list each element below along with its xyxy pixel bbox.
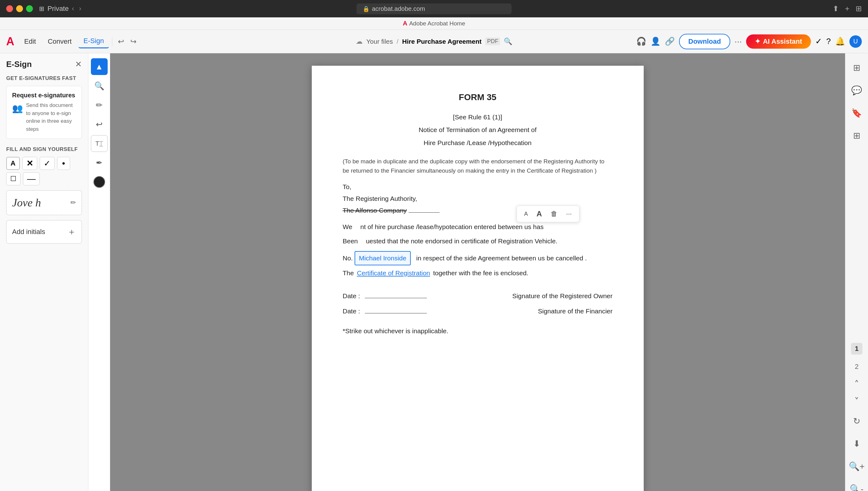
scroll-up-button[interactable]: ˄ — [855, 379, 859, 389]
sig2-block: Signature of the Financier — [481, 306, 613, 316]
add-initials-label: Add initials — [12, 228, 45, 236]
request-card[interactable]: Request e-signatures 👥 Send this documen… — [6, 86, 82, 139]
adobe-home-label: A Adobe Acrobat Home — [403, 20, 465, 27]
doc-area: FORM 35 [See Rule 61 (1)] Notice of Term… — [110, 53, 845, 491]
draw-tool[interactable]: ✏ — [91, 97, 108, 113]
signature-display: Jove h — [12, 196, 41, 209]
download-button[interactable]: Download — [679, 34, 730, 49]
date2-block: Date : — [343, 306, 474, 316]
right-sidebar: ⊞ 💬 🔖 ⊞ 1 2 ˄ ˅ ↻ ⬇ 🔍+ 🔍- — [845, 53, 868, 491]
select-tool[interactable]: ▲ — [91, 58, 108, 75]
people-icon: 👥 — [12, 102, 23, 115]
doc-page: FORM 35 [See Rule 61 (1)] Notice of Term… — [312, 66, 644, 491]
request-title: Request e-signatures — [12, 92, 76, 99]
view-mode-button[interactable]: ⊞ — [850, 59, 863, 76]
text-tool[interactable]: A — [6, 157, 20, 170]
grid-button[interactable]: ⊞ — [850, 127, 863, 144]
extensions-button[interactable]: ⊞ — [856, 4, 862, 13]
breadcrumb: ☁ Your files / Hire Purchase Agreement P… — [356, 37, 512, 46]
cross-tool[interactable]: ✕ — [22, 157, 37, 170]
download-right-button[interactable]: ⬇ — [850, 435, 863, 452]
titlebar: ⊞ Private ‹ › acrobat.adobe.com ⬆ + ⊞ — [0, 0, 868, 17]
url-bar[interactable]: acrobat.adobe.com — [356, 3, 512, 14]
dot-tool[interactable]: • — [57, 157, 70, 170]
menu-convert[interactable]: Convert — [43, 35, 77, 48]
adobe-home-bar: A Adobe Acrobat Home — [0, 17, 868, 30]
fill-tools: A ✕ ✓ • ☐ — — [6, 157, 82, 185]
back-button[interactable]: ‹ — [72, 5, 74, 13]
tools-bar: ▲ 🔍 ✏ ↩ T⌶ ✒ — [88, 53, 110, 491]
signature-box[interactable]: Jove h ✏ — [6, 190, 82, 215]
notice-paren: (To be made in duplicate and the duplica… — [343, 157, 613, 176]
new-tab-button[interactable]: + — [845, 4, 849, 13]
sig1-block: Signature of the Registered Owner — [481, 291, 613, 301]
undo-button[interactable]: ↩ — [115, 35, 127, 48]
date-sig-row2: Date : Signature of the Financier — [343, 306, 613, 316]
menu-items: Edit Convert E-Sign — [19, 34, 109, 48]
fill-label: FILL AND SIGN YOURSELF — [6, 146, 82, 152]
comment-button[interactable]: 💬 — [848, 82, 865, 98]
check-tool[interactable]: ✓ — [40, 157, 55, 170]
been-line: Been uested that the note endorsed in ce… — [343, 236, 613, 247]
window-nav: ‹ › — [72, 5, 81, 13]
undo-tool[interactable]: ↩ — [91, 116, 108, 133]
refresh-button[interactable]: ↻ — [850, 413, 863, 429]
lock-icon — [363, 5, 370, 12]
esign-panel: E-Sign ✕ GET E-SIGNATURES FAST Request e… — [0, 53, 88, 491]
ai-assistant-button[interactable]: ✦ AI Assistant — [746, 34, 811, 49]
redo-button[interactable]: ↪ — [128, 35, 139, 48]
cert-line: The Certificate of Registration together… — [343, 268, 613, 278]
notice-line1: Notice of Termination of an Agreement of — [343, 125, 613, 135]
edit-signature-button[interactable]: ✏ — [71, 199, 76, 207]
form-title: FORM 35 — [343, 90, 613, 105]
strike-note: *Strike out whichever is inapplicable. — [343, 326, 613, 336]
bookmark-button[interactable]: 🔖 — [848, 105, 865, 121]
notice-line2: Hire Purchase /Lease /Hypothecation — [343, 138, 613, 148]
link-button[interactable]: 🔗 — [665, 36, 675, 46]
page-number-1: 1 — [851, 343, 862, 355]
bell-button[interactable]: 🔔 — [835, 36, 845, 46]
stamp-tool[interactable]: ✒ — [91, 154, 108, 171]
zoom-in-button[interactable]: 🔍+ — [846, 458, 868, 474]
menu-edit[interactable]: Edit — [19, 35, 41, 48]
check-button[interactable]: ✓ — [815, 36, 822, 46]
acrobat-icon: A — [6, 35, 14, 48]
we-line: We nt of hire purchase /lease/hypotecati… — [343, 222, 613, 232]
box-tool[interactable]: ☐ — [6, 172, 21, 185]
share-button[interactable]: ⬆ — [833, 4, 839, 13]
close-button[interactable] — [6, 5, 13, 12]
add-initials-box[interactable]: Add initials ＋ — [6, 220, 82, 243]
url-bar-container: acrobat.adobe.com — [356, 3, 512, 14]
menubar-right: 🎧 👤 🔗 Download ··· ✦ AI Assistant ✓ ? 🔔 … — [636, 34, 862, 49]
name-field[interactable]: Michael Ironside — [355, 251, 411, 265]
text-field-tool[interactable]: T⌶ — [91, 135, 108, 152]
person-button[interactable]: 👤 — [651, 36, 660, 46]
registering-auth: The Registering Authority, — [343, 194, 613, 204]
menu-esign[interactable]: E-Sign — [79, 34, 109, 48]
delete-field-button[interactable]: 🗑 — [548, 209, 560, 219]
minimize-button[interactable] — [16, 5, 23, 12]
rule-ref: [See Rule 61 (1)] — [343, 112, 613, 122]
date1-block: Date : — [343, 291, 474, 301]
more-options-button[interactable]: ··· — [735, 36, 742, 47]
scroll-down-button[interactable]: ˅ — [855, 396, 859, 407]
fill-section: FILL AND SIGN YOURSELF A ✕ ✓ • ☐ — Jove … — [6, 146, 82, 243]
request-desc: 👥 Send this document to anyone to e-sign… — [12, 102, 76, 133]
color-swatch[interactable] — [93, 176, 105, 188]
text-toolbar: A A 🗑 ··· — [517, 205, 580, 222]
avatar-button[interactable]: U — [849, 35, 862, 48]
more-field-options[interactable]: ··· — [564, 209, 574, 219]
headphones-button[interactable]: 🎧 — [636, 36, 646, 46]
zoom-out-button[interactable]: 🔍- — [847, 481, 866, 491]
panel-close-button[interactable]: ✕ — [75, 59, 82, 69]
help-button[interactable]: ? — [826, 36, 831, 46]
fullscreen-button[interactable] — [26, 5, 33, 12]
font-small-button[interactable]: A — [522, 209, 531, 219]
zoom-tool[interactable]: 🔍 — [91, 78, 108, 94]
font-large-button[interactable]: A — [534, 208, 544, 220]
cert-link[interactable]: Certificate of Registration — [357, 269, 430, 277]
forward-button[interactable]: › — [79, 5, 81, 13]
line-tool[interactable]: — — [23, 172, 40, 185]
undo-redo-group: ↩ ↪ — [115, 35, 139, 48]
date1-line — [365, 298, 427, 298]
